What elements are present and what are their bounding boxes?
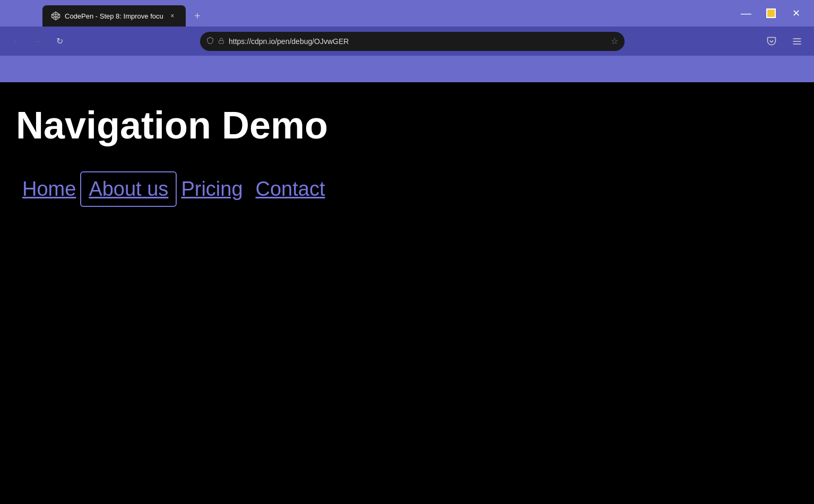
svg-line-5	[56, 14, 60, 17]
url-display: https://cdpn.io/pen/debug/OJvwGER	[229, 37, 607, 46]
tab-close-button[interactable]: ×	[168, 11, 177, 21]
maximize-button[interactable]	[766, 8, 776, 18]
star-icon[interactable]: ☆	[611, 36, 618, 46]
tab-bar: CodePen - Step 8: Improve focu × + — ✕	[0, 0, 814, 27]
toolbar-right	[763, 33, 806, 50]
svg-rect-6	[219, 40, 224, 44]
nav-link-pricing[interactable]: Pricing	[175, 173, 249, 205]
page-content: Navigation Demo HomeAbout usPricingConta…	[0, 82, 814, 504]
new-tab-button[interactable]: +	[188, 6, 207, 25]
close-window-button[interactable]: ✕	[789, 6, 803, 21]
page-title: Navigation Demo	[16, 103, 798, 147]
pocket-icon[interactable]	[763, 33, 780, 50]
active-tab[interactable]: CodePen - Step 8: Improve focu ×	[42, 5, 186, 27]
lock-icon	[218, 37, 224, 46]
minimize-button[interactable]: —	[739, 6, 754, 21]
nav-link-contact[interactable]: Contact	[249, 173, 332, 205]
reload-button[interactable]: ↻	[51, 33, 68, 50]
browser-chrome: CodePen - Step 8: Improve focu × + — ✕ ←…	[0, 0, 814, 82]
address-input-wrapper[interactable]: https://cdpn.io/pen/debug/OJvwGER ☆	[200, 32, 625, 51]
forward-button[interactable]: →	[30, 33, 47, 50]
nav-link-home[interactable]: Home	[16, 173, 82, 205]
shield-icon	[206, 37, 214, 46]
menu-icon[interactable]	[789, 33, 806, 50]
back-button[interactable]: ←	[8, 33, 25, 50]
window-controls: — ✕	[728, 0, 814, 27]
nav-links: HomeAbout usPricingContact	[16, 173, 798, 205]
svg-line-4	[52, 14, 56, 17]
address-bar: ← → ↻ https://cdpn.io/pen/debug/OJvwGER …	[0, 27, 814, 56]
tab-title: CodePen - Step 8: Improve focu	[65, 12, 163, 20]
nav-link-about-us[interactable]: About us	[82, 173, 175, 205]
codepen-icon	[51, 11, 60, 21]
